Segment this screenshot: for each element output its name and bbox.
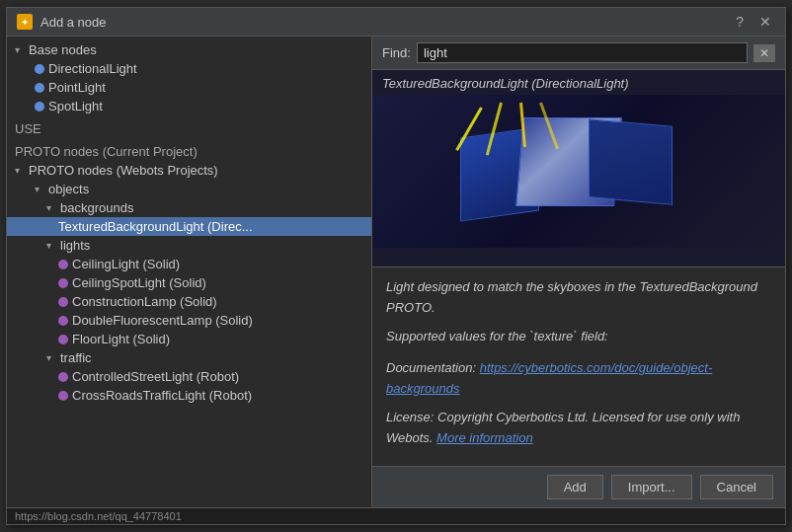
base-nodes-header: ▾ Base nodes (7, 40, 371, 59)
directional-light-label: DirectionalLight (48, 61, 137, 76)
double-fluorescent-item[interactable]: DoubleFluorescentLamp (Solid) (7, 311, 371, 330)
construction-lamp-item[interactable]: ConstructionLamp (Solid) (7, 292, 371, 311)
info-text2: Supported values for the `texture` field… (386, 327, 771, 347)
chevron-down-icon: ▾ (15, 165, 25, 176)
3d-scene (372, 95, 785, 248)
doc-line: Documentation: https://cyberbotics.com/d… (386, 358, 771, 400)
search-input[interactable] (417, 42, 748, 63)
objects-label: objects (48, 182, 89, 196)
info-text1: Light designed to match the skyboxes in … (386, 277, 771, 319)
proto-current-header: PROTO nodes (Current Project) (7, 138, 371, 161)
bottom-bar: Add Import... Cancel (372, 466, 785, 507)
traffic-header: ▾ traffic (7, 348, 371, 367)
search-label: Find: (382, 45, 411, 60)
node-dot-icon (58, 316, 68, 326)
search-bar: Find: ✕ (372, 37, 785, 70)
node-dot-icon (58, 372, 68, 382)
lights-label: lights (60, 238, 90, 253)
base-nodes-label: Base nodes (29, 42, 97, 57)
node-tree: ▾ Base nodes DirectionalLight PointLight… (7, 37, 372, 507)
crossroads-traffic-item[interactable]: CrossRoadsTrafficLight (Robot) (7, 386, 371, 405)
close-button[interactable]: ✕ (755, 14, 775, 30)
backgrounds-label: backgrounds (60, 200, 133, 215)
license-line: License: Copyright Cyberbotics Ltd. Lice… (386, 408, 771, 449)
chevron-down-icon: ▾ (15, 44, 25, 55)
app-icon: ✦ (17, 14, 33, 30)
import-button[interactable]: Import... (611, 475, 692, 499)
add-node-dialog: ✦ Add a node ? ✕ ▾ Base nodes Directiona… (6, 7, 786, 525)
crossroads-traffic-label: CrossRoadsTrafficLight (Robot) (72, 388, 252, 403)
proto-webots-label: PROTO nodes (Webots Projects) (29, 163, 218, 178)
use-label: USE (15, 121, 41, 136)
node-dot-icon (58, 335, 68, 344)
ceiling-light-item[interactable]: CeilingLight (Solid) (7, 255, 371, 273)
proto-current-label: PROTO nodes (Current Project) (15, 144, 198, 159)
spot-light-item[interactable]: SpotLight (7, 97, 371, 115)
title-bar: ✦ Add a node ? ✕ (7, 8, 785, 37)
dialog-title: Add a node (40, 15, 107, 30)
search-clear-button[interactable]: ✕ (753, 44, 775, 62)
node-dot-icon (58, 297, 68, 307)
backgrounds-header: ▾ backgrounds (7, 198, 371, 217)
more-info-link[interactable]: More information (436, 430, 533, 445)
objects-header: ▾ objects (7, 180, 371, 198)
chevron-down-icon: ▾ (46, 240, 56, 251)
node-dot-icon (35, 64, 44, 74)
traffic-label: traffic (60, 350, 92, 365)
title-bar-left: ✦ Add a node (17, 14, 107, 30)
construction-lamp-label: ConstructionLamp (Solid) (72, 294, 217, 309)
main-content: ▾ Base nodes DirectionalLight PointLight… (7, 37, 785, 507)
ceiling-spot-light-item[interactable]: CeilingSpotLight (Solid) (7, 273, 371, 292)
status-text: https://blog.csdn.net/qq_44778401 (15, 510, 182, 522)
node-dot-icon (35, 102, 44, 112)
add-button[interactable]: Add (547, 475, 603, 499)
ceiling-light-label: CeilingLight (Solid) (72, 257, 180, 271)
double-fluorescent-label: DoubleFluorescentLamp (Solid) (72, 313, 253, 328)
preview-canvas (372, 95, 785, 248)
info-area: Light designed to match the skyboxes in … (372, 267, 785, 466)
lights-header: ▾ lights (7, 236, 371, 255)
title-bar-right: ? ✕ (732, 14, 775, 30)
spot-light-label: SpotLight (48, 99, 103, 114)
node-dot-icon (58, 278, 68, 288)
point-light-label: PointLight (48, 80, 106, 95)
chevron-down-icon: ▾ (46, 352, 56, 363)
cancel-button[interactable]: Cancel (700, 475, 773, 499)
controlled-street-light-item[interactable]: ControlledStreetLight (Robot) (7, 367, 371, 386)
textured-bg-light-label: TexturedBackgroundLight (Direc... (58, 219, 253, 234)
chevron-down-icon: ▾ (35, 184, 44, 194)
node-dot-icon (35, 83, 44, 93)
preview-title: TexturedBackgroundLight (DirectionalLigh… (372, 70, 785, 95)
directional-light-item[interactable]: DirectionalLight (7, 59, 371, 78)
chevron-down-icon: ▾ (46, 202, 56, 213)
node-dot-icon (58, 260, 68, 269)
help-button[interactable]: ? (732, 14, 748, 30)
proto-webots-header: ▾ PROTO nodes (Webots Projects) (7, 161, 371, 180)
right-panel: Find: ✕ TexturedBackgroundLight (Directi… (372, 37, 785, 507)
point-light-item[interactable]: PointLight (7, 78, 371, 97)
preview-area: TexturedBackgroundLight (DirectionalLigh… (372, 70, 785, 267)
use-header: USE (7, 115, 371, 138)
ceiling-spot-light-label: CeilingSpotLight (Solid) (72, 275, 206, 290)
controlled-street-light-label: ControlledStreetLight (Robot) (72, 369, 239, 384)
node-dot-icon (58, 391, 68, 401)
floor-light-label: FloorLight (Solid) (72, 332, 170, 346)
doc-label: Documentation: (386, 360, 476, 375)
floor-light-item[interactable]: FloorLight (Solid) (7, 330, 371, 348)
textured-bg-light-item[interactable]: TexturedBackgroundLight (Direc... (7, 217, 371, 236)
status-bar: https://blog.csdn.net/qq_44778401 (7, 507, 785, 524)
